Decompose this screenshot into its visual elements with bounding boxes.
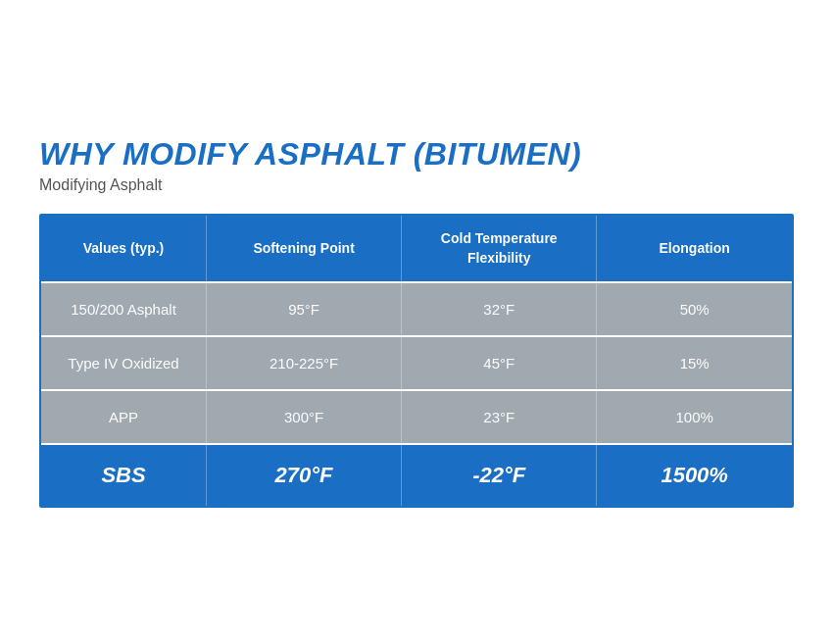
cell-values-0: 150/200 Asphalt	[41, 282, 207, 336]
cell-elongation-0: 50%	[597, 282, 792, 336]
cell-values-2: APP	[41, 390, 207, 444]
cell-softening-0: 95°F	[207, 282, 402, 336]
cell-softening-2: 300°F	[207, 390, 402, 444]
comparison-table: Values (typ.) Softening Point Cold Tempe…	[41, 216, 792, 506]
page-container: WHY MODIFY ASPHALT (BITUMEN) Modifying A…	[29, 107, 804, 537]
cell-softening-3: 270°F	[207, 444, 402, 506]
table-row: SBS270°F-22°F1500%	[41, 444, 792, 506]
cell-values-1: Type IV Oxidized	[41, 336, 207, 390]
cell-elongation-1: 15%	[597, 336, 792, 390]
table-row: APP300°F23°F100%	[41, 390, 792, 444]
page-title: WHY MODIFY ASPHALT (BITUMEN)	[39, 136, 794, 173]
table-row: Type IV Oxidized210-225°F45°F15%	[41, 336, 792, 390]
col-header-values: Values (typ.)	[41, 216, 207, 282]
col-header-elongation: Elongation	[597, 216, 792, 282]
table-row: 150/200 Asphalt95°F32°F50%	[41, 282, 792, 336]
cell-softening-1: 210-225°F	[207, 336, 402, 390]
cell-elongation-3: 1500%	[597, 444, 792, 506]
cell-elongation-2: 100%	[597, 390, 792, 444]
cell-cold-0: 32°F	[402, 282, 597, 336]
cell-cold-3: -22°F	[402, 444, 597, 506]
data-table-wrapper: Values (typ.) Softening Point Cold Tempe…	[39, 214, 794, 508]
cell-cold-2: 23°F	[402, 390, 597, 444]
cell-values-3: SBS	[41, 444, 207, 506]
col-header-cold: Cold Temperature Flexibility	[402, 216, 597, 282]
col-header-softening: Softening Point	[207, 216, 402, 282]
page-subtitle: Modifying Asphalt	[39, 176, 794, 194]
cell-cold-1: 45°F	[402, 336, 597, 390]
table-header-row: Values (typ.) Softening Point Cold Tempe…	[41, 216, 792, 282]
